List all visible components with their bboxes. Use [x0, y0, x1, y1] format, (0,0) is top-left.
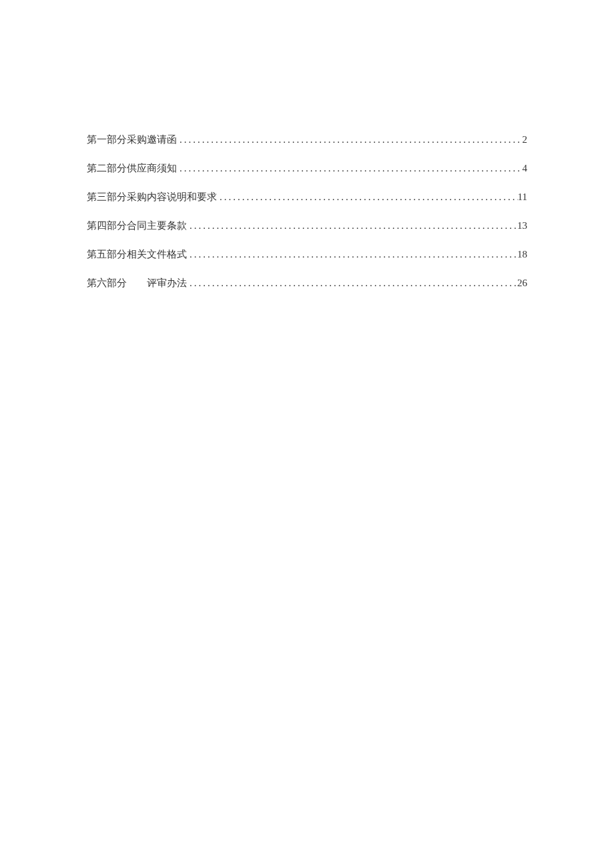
- toc-entry: 第二部分供应商须知 4: [87, 162, 527, 175]
- toc-dots: [187, 278, 517, 289]
- toc-entry-title: 第六部分评审办法: [87, 277, 187, 290]
- toc-entry-page: 2: [523, 134, 528, 145]
- toc-entry: 第六部分评审办法 26: [87, 277, 527, 290]
- toc-entry-page: 11: [518, 191, 527, 203]
- toc-dots: [187, 220, 517, 232]
- toc-entry-title: 第四部分合同主要条款: [87, 220, 187, 232]
- toc-entry-title: 第五部分相关文件格式: [87, 248, 187, 261]
- toc-entry: 第四部分合同主要条款 13: [87, 220, 527, 232]
- toc-entry: 第三部分采购内容说明和要求 11: [87, 191, 527, 203]
- toc-entry: 第一部分采购邀请函 2: [87, 133, 527, 146]
- toc-entry-page: 18: [517, 249, 527, 260]
- toc-entry: 第五部分相关文件格式 18: [87, 248, 527, 261]
- toc-dots: [187, 249, 517, 260]
- toc-entry-title-prefix: 第六部分: [87, 278, 127, 288]
- toc-dots: [177, 134, 523, 145]
- toc-dots: [177, 163, 523, 174]
- toc-entry-title: 第二部分供应商须知: [87, 162, 177, 175]
- toc-entry-title: 第三部分采购内容说明和要求: [87, 191, 217, 203]
- toc-entry-title-suffix: 评审办法: [147, 278, 187, 288]
- toc-entry-page: 4: [523, 163, 528, 174]
- toc-entry-page: 26: [517, 278, 527, 289]
- toc-entry-page: 13: [517, 220, 527, 232]
- toc-entry-title: 第一部分采购邀请函: [87, 133, 177, 146]
- toc-dots: [217, 191, 518, 203]
- table-of-contents: 第一部分采购邀请函 2 第二部分供应商须知 4 第三部分采购内容说明和要求 11…: [87, 133, 527, 290]
